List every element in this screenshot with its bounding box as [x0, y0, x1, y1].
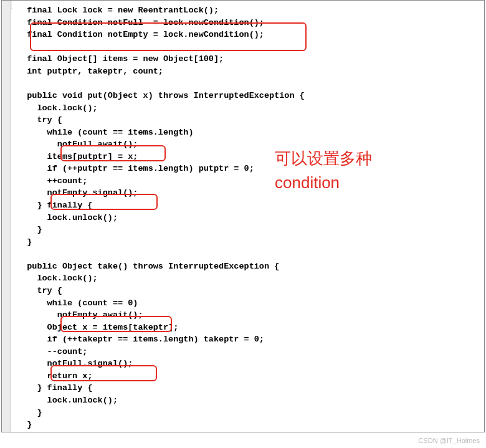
code-line: final Condition notEmpty = lock.newCondi… — [17, 30, 264, 39]
code-line: } — [17, 420, 32, 429]
code-line: final Object[] items = new Object[100]; — [17, 54, 224, 64]
code-line: if (++putptr == items.length) putptr = 0… — [17, 164, 254, 173]
code-line: lock.unlock(); — [17, 213, 118, 222]
code-line: } — [17, 408, 42, 417]
code-line: final Condition notFull = lock.newCondit… — [17, 18, 264, 27]
code-line: lock.lock(); — [17, 103, 98, 113]
code-line: if (++takeptr == items.length) takeptr =… — [17, 335, 264, 344]
code-line: while (count == 0) — [17, 298, 138, 308]
code-line: notEmpty.await(); — [17, 310, 143, 320]
code-line: notFull.await(); — [17, 140, 138, 149]
code-line: items[putptr] = x; — [17, 152, 138, 161]
code-line: public void put(Object x) throws Interru… — [17, 91, 305, 100]
code-line: } — [17, 225, 42, 234]
code-line: ++count; — [17, 176, 87, 186]
watermark: CSDN @IT_Holmes — [418, 437, 480, 444]
code-line: } finally { — [17, 201, 93, 210]
code-line: try { — [17, 286, 62, 295]
code-line: return x; — [17, 371, 93, 381]
code-line: lock.lock(); — [17, 274, 98, 283]
code-line: Object x = items[takeptr]; — [17, 323, 178, 332]
editor-gutter — [2, 1, 11, 432]
code-line: --count; — [17, 347, 87, 356]
code-line: notFull.signal(); — [17, 359, 133, 368]
code-line: try { — [17, 115, 62, 125]
code-line: public Object take() throws InterruptedE… — [17, 262, 279, 271]
code-line: while (count == items.length) — [17, 128, 194, 137]
code-line: notEmpty.signal(); — [17, 188, 138, 198]
code-editor: final Lock lock = new ReentrantLock(); f… — [12, 1, 484, 432]
code-line: lock.unlock(); — [17, 396, 118, 405]
editor-window: 锁 ⊡ final Lock lock = new ReentrantLock(… — [1, 0, 485, 432]
code-line: } finally { — [17, 383, 93, 393]
code-line: final Lock lock = new ReentrantLock(); — [17, 6, 219, 15]
code-line: } — [17, 237, 32, 247]
code-line: int putptr, takeptr, count; — [17, 67, 163, 76]
